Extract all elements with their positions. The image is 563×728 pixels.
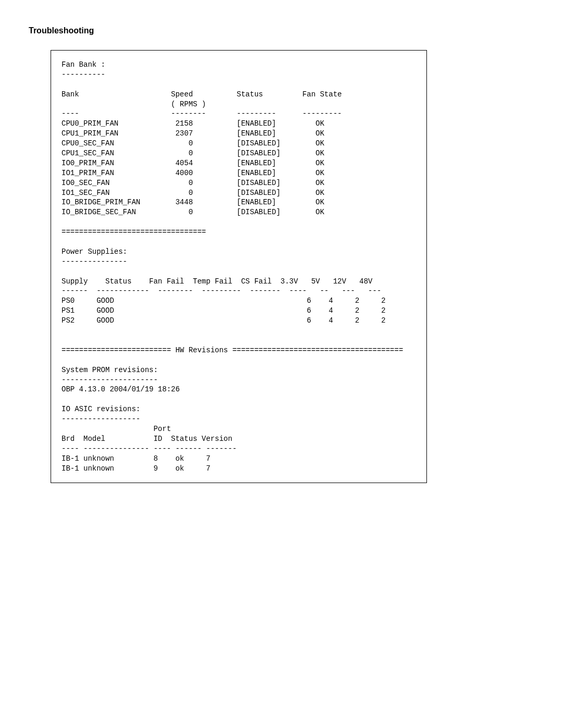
terminal-output: Fan Bank : ---------- Bank Speed Status …: [51, 50, 427, 483]
page: Troubleshooting Fan Bank : ---------- Ba…: [0, 0, 563, 728]
section-heading: Troubleshooting: [29, 26, 534, 35]
